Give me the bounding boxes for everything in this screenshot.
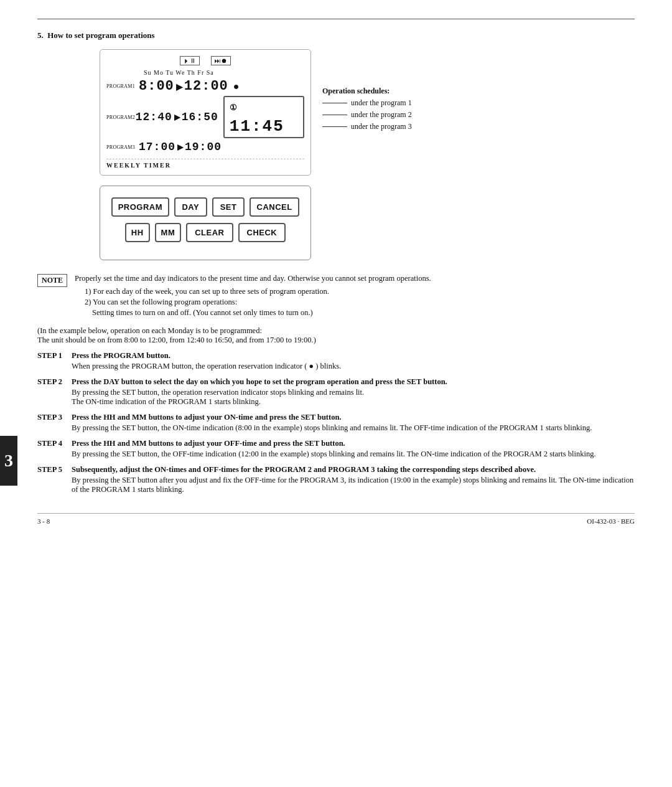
top-rule <box>37 19 635 19</box>
lcd-icons: ⏵⏸ ⏭⏺ <box>106 56 304 65</box>
prog1-on: 8:00 <box>139 78 174 94</box>
note-section: NOTE Properly set the time and day indic… <box>37 274 635 318</box>
prog3-on: 17:00 <box>139 141 175 153</box>
step-2-label: STEP 2 <box>37 377 72 387</box>
chapter-tab: 3 <box>0 436 17 486</box>
callout-item-3: under the program 3 <box>322 122 412 131</box>
step-1-header: STEP 1 Press the PROGRAM button. <box>37 351 635 361</box>
prog3-off: 19:00 <box>185 141 222 153</box>
step-4: STEP 4 Press the HH and MM buttons to ad… <box>37 439 635 459</box>
prog3-label: PROGRAM3 <box>106 144 139 150</box>
step-2-title: Press the DAY button to select the day o… <box>72 377 447 387</box>
clear-button[interactable]: CLEAR <box>186 223 233 242</box>
step-1-body: When pressing the PROGRAM button, the op… <box>72 362 635 371</box>
step-4-title: Press the HH and MM buttons to adjust yo… <box>72 439 345 448</box>
prog1-off: 12:00 <box>184 78 228 94</box>
note-list: For each day of the week, you can set up… <box>85 287 431 307</box>
footer-code: OI-432-03 · BEG <box>587 517 635 525</box>
step-4-body: By pressing the SET button, the OFF-time… <box>72 450 635 459</box>
program-button[interactable]: PROGRAM <box>111 197 169 217</box>
days-row: Su Mo Tu We Th Fr Sa <box>144 69 304 76</box>
step-2-header: STEP 2 Press the DAY button to select th… <box>37 377 635 387</box>
check-button[interactable]: CHECK <box>238 223 286 242</box>
step-1-title: Press the PROGRAM button. <box>72 351 170 361</box>
step-1-label: STEP 1 <box>37 351 72 361</box>
step-3-body: By pressing the SET button, the ON-time … <box>72 423 635 433</box>
button-panel: PROGRAM DAY SET CANCEL HH MM CLEAR CHECK <box>100 186 311 260</box>
section-title: 5. How to set program operations <box>37 31 635 40</box>
button-row-1: PROGRAM DAY SET CANCEL <box>111 197 299 217</box>
hh-button[interactable]: HH <box>125 223 150 242</box>
diagram-area: ⏵⏸ ⏭⏺ Su Mo Tu We Th Fr Sa PROGRAM1 8:00… <box>100 49 635 260</box>
program-row-3: PROGRAM3 17:00 ▸ 19:00 <box>106 140 304 154</box>
prog3-arrow: ▸ <box>177 140 183 154</box>
button-row-2: HH MM CLEAR CHECK <box>111 223 299 242</box>
callout-title: Operation schedules: <box>322 87 412 96</box>
note-label: NOTE <box>37 274 67 287</box>
prog1-indicator: ● <box>233 81 240 92</box>
cancel-button[interactable]: CANCEL <box>250 197 299 217</box>
step-5-title: Subsequently, adjust the ON-times and OF… <box>72 465 536 474</box>
step-2-body: By pressing the SET button, the operatio… <box>72 388 635 407</box>
step-5-label: STEP 5 <box>37 465 72 474</box>
weekly-timer-label: WEEKLY TIMER <box>106 159 304 169</box>
clock-icon: ① <box>230 103 238 113</box>
current-time: ① 11:45 <box>223 96 304 138</box>
step-5: STEP 5 Subsequently, adjust the ON-times… <box>37 465 635 494</box>
prog1-arrow: ▸ <box>176 79 182 94</box>
note-content: Properly set the time and day indicators… <box>75 274 431 318</box>
note-list-item-1: For each day of the week, you can set up… <box>85 287 431 296</box>
callout-area: Operation schedules: under the program 1… <box>322 87 412 131</box>
callout-label-3: under the program 3 <box>351 122 412 131</box>
prog2-arrow: ▸ <box>174 110 180 124</box>
prog1-label: PROGRAM1 <box>106 83 139 89</box>
note-text: Properly set the time and day indicators… <box>75 274 431 283</box>
step-4-label: STEP 4 <box>37 439 72 448</box>
callout-item-2: under the program 2 <box>322 110 412 120</box>
callout-label-2: under the program 2 <box>351 110 412 120</box>
step-3-header: STEP 3 Press the HH and MM buttons to ad… <box>37 413 635 422</box>
step-3-title: Press the HH and MM buttons to adjust yo… <box>72 413 342 422</box>
prog2-on: 12:40 <box>136 111 172 123</box>
note-indent-text: Setting times to turn on and off. (You c… <box>92 308 431 318</box>
footer: 3 - 8 OI-432-03 · BEG <box>37 513 635 525</box>
icon-skip-record: ⏭⏺ <box>211 56 231 65</box>
prog2-off: 16:50 <box>182 111 218 123</box>
step-4-header: STEP 4 Press the HH and MM buttons to ad… <box>37 439 635 448</box>
lcd-panel: ⏵⏸ ⏭⏺ Su Mo Tu We Th Fr Sa PROGRAM1 8:00… <box>100 49 311 176</box>
program-row-1: PROGRAM1 8:00 ▸ 12:00 ● <box>106 78 304 94</box>
step-2: STEP 2 Press the DAY button to select th… <box>37 377 635 407</box>
icon-play-pause: ⏵⏸ <box>180 56 200 65</box>
steps-container: STEP 1 Press the PROGRAM button. When pr… <box>37 351 635 494</box>
step-3: STEP 3 Press the HH and MM buttons to ad… <box>37 413 635 433</box>
step-5-body: By pressing the SET button after you adj… <box>72 476 635 494</box>
program-row-2: PROGRAM2 12:40 ▸ 16:50 ① 11:45 <box>106 96 304 138</box>
footer-page: 3 - 8 <box>37 517 50 525</box>
callout-label-1: under the program 1 <box>351 98 412 108</box>
step-5-header: STEP 5 Subsequently, adjust the ON-times… <box>37 465 635 474</box>
mm-button[interactable]: MM <box>155 223 182 242</box>
step-3-label: STEP 3 <box>37 413 72 422</box>
set-button[interactable]: SET <box>212 197 245 217</box>
extra-note: (In the example below, operation on each… <box>37 326 635 345</box>
note-list-item-2: You can set the following program operat… <box>85 298 431 307</box>
callout-items: under the program 1 under the program 2 … <box>322 98 412 131</box>
current-time-value: 11:45 <box>230 117 284 136</box>
step-1: STEP 1 Press the PROGRAM button. When pr… <box>37 351 635 371</box>
day-button[interactable]: DAY <box>174 197 207 217</box>
prog2-label: PROGRAM2 <box>106 115 136 120</box>
callout-item-1: under the program 1 <box>322 98 412 108</box>
